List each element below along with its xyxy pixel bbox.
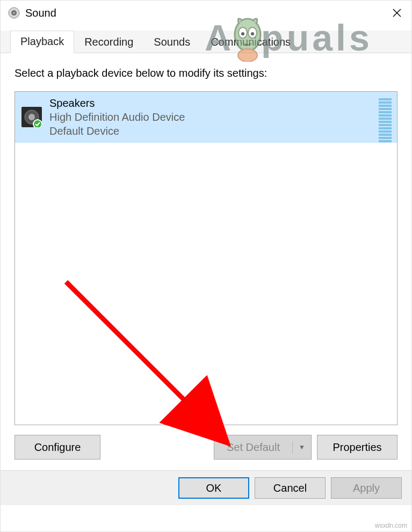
- svg-point-2: [13, 12, 15, 14]
- content-area: Select a playback device below to modify…: [1, 53, 411, 470]
- tab-playback[interactable]: Playback: [10, 31, 74, 53]
- cancel-button: Cancel: [255, 477, 326, 499]
- device-list[interactable]: Speakers High Definition Audio Device De…: [15, 91, 397, 425]
- tab-communications[interactable]: Communications: [200, 31, 301, 53]
- configure-button[interactable]: Configure: [15, 435, 100, 460]
- device-status: Default Device: [49, 125, 185, 137]
- tab-recording[interactable]: Recording: [74, 31, 143, 53]
- set-default-button[interactable]: Set Default ▼: [214, 435, 312, 460]
- close-button[interactable]: [382, 1, 411, 25]
- device-description: High Definition Audio Device: [49, 111, 185, 123]
- speaker-icon: [21, 107, 42, 127]
- chevron-down-icon[interactable]: ▼: [293, 443, 311, 451]
- device-item-speakers[interactable]: Speakers High Definition Audio Device De…: [15, 92, 397, 143]
- instruction-text: Select a playback device below to modify…: [15, 67, 397, 79]
- svg-point-14: [33, 120, 42, 127]
- device-text: Speakers High Definition Audio Device De…: [49, 97, 185, 137]
- action-buttons: Configure Set Default ▼ Properties: [15, 435, 397, 470]
- device-name: Speakers: [49, 97, 185, 110]
- tab-sounds[interactable]: Sounds: [143, 31, 200, 53]
- source-watermark: wsxdn.com: [375, 522, 407, 529]
- dialog-footer: OK Cancel Apply: [1, 470, 411, 505]
- titlebar: Sound: [1, 1, 411, 25]
- sound-icon: [7, 6, 21, 20]
- svg-point-13: [28, 114, 35, 120]
- tabs: Playback Recording Sounds Communications: [1, 31, 411, 53]
- set-default-label: Set Default: [214, 441, 293, 454]
- properties-button[interactable]: Properties: [317, 435, 397, 460]
- apply-button[interactable]: Apply: [331, 477, 402, 499]
- window-title: Sound: [25, 7, 56, 19]
- volume-meter: [379, 98, 392, 142]
- ok-button[interactable]: OK: [178, 477, 249, 499]
